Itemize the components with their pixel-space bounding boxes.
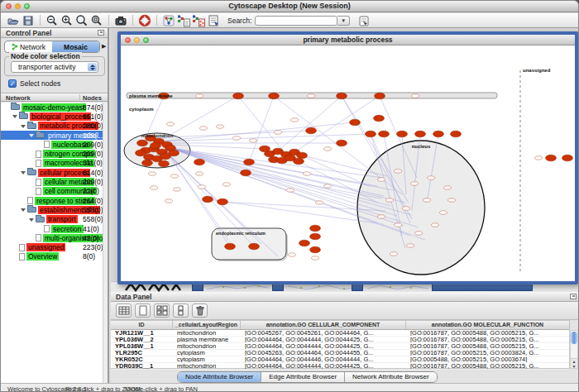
- network-node[interactable]: [294, 158, 304, 165]
- column-header[interactable]: _cellularLayoutRegion: [173, 321, 241, 329]
- float-panel-icon[interactable]: [98, 30, 104, 36]
- network-frame-titlebar[interactable]: primary metabolic process: [121, 35, 575, 45]
- expander-icon[interactable]: [20, 168, 27, 177]
- attribute-browser-button[interactable]: [206, 14, 221, 27]
- zoom-in-button[interactable]: [60, 14, 74, 27]
- expander-icon[interactable]: [28, 131, 36, 140]
- network-node[interactable]: [244, 159, 255, 165]
- network-node[interactable]: [269, 93, 280, 99]
- network-node[interactable]: [194, 159, 205, 165]
- network-node[interactable]: [337, 93, 347, 99]
- network-node[interactable]: [203, 196, 213, 203]
- network-node[interactable]: [306, 127, 317, 134]
- network-node[interactable]: [433, 131, 444, 137]
- zoom-fit-button[interactable]: [74, 14, 89, 27]
- tree-row[interactable]: establishment of lo558(0): [1, 205, 108, 214]
- snapshot-button[interactable]: [113, 14, 128, 27]
- expander-icon[interactable]: [20, 122, 27, 131]
- expander-icon[interactable]: [12, 112, 19, 121]
- help-button[interactable]: [137, 14, 152, 27]
- match-attributes-button[interactable]: [173, 304, 189, 318]
- attribute-checklist-button[interactable]: [154, 304, 170, 318]
- network-node[interactable]: [374, 115, 385, 122]
- tree-column-network[interactable]: Network: [6, 94, 31, 102]
- column-header[interactable]: annotation.GO CELLULAR_COMPONENT: [241, 321, 406, 329]
- import-network-button[interactable]: [176, 14, 191, 27]
- network-node[interactable]: [169, 150, 179, 156]
- table-row[interactable]: YDR039C__1mitochondrion[GO:0044464, GO:0…: [111, 363, 569, 370]
- network-node[interactable]: [415, 131, 426, 137]
- scrollbar-arrows[interactable]: ▲▼: [570, 358, 578, 369]
- network-node[interactable]: [379, 131, 390, 137]
- network-node[interactable]: [310, 246, 321, 253]
- tab-node-attribute-browser[interactable]: Node Attribute Browser: [178, 372, 261, 382]
- tab-network[interactable]: Network: [5, 41, 52, 52]
- expander-icon[interactable]: [28, 215, 36, 224]
- tree-row[interactable]: cell communicat22(0): [1, 187, 108, 196]
- tree-row[interactable]: nitrogen compo209(0): [1, 149, 108, 158]
- scrollbar-thumb[interactable]: [571, 332, 577, 344]
- zoom-selected-button[interactable]: [89, 14, 104, 27]
- table-row[interactable]: YPL036W__2plasma membrane[GO:0044464, GO…: [111, 337, 569, 343]
- tree-row[interactable]: cellular process614(0): [1, 168, 108, 177]
- tree-row[interactable]: nucleobase-209(0): [1, 140, 108, 149]
- network-node[interactable]: [310, 233, 321, 240]
- network-node[interactable]: [299, 240, 310, 246]
- zoom-out-button[interactable]: [45, 14, 60, 27]
- tree-row[interactable]: Overview8(0): [1, 252, 108, 261]
- column-header[interactable]: ID: [111, 321, 173, 329]
- network-node[interactable]: [562, 155, 573, 161]
- network-node[interactable]: [310, 225, 321, 232]
- tree-scrollbar[interactable]: [103, 103, 108, 383]
- network-node[interactable]: [136, 150, 146, 156]
- tree-row[interactable]: cellular metabo209(0): [1, 177, 108, 186]
- network-node[interactable]: [159, 160, 170, 167]
- tab-mosaic[interactable]: Mosaic: [52, 41, 99, 52]
- tree-row[interactable]: multi-organism pro42(0): [1, 233, 108, 242]
- delete-attributes-button[interactable]: [192, 304, 208, 318]
- tree-row[interactable]: primary metabol209(...: [1, 131, 108, 140]
- search-dropdown-button[interactable]: ▼: [337, 16, 350, 26]
- tree-row[interactable]: mosaic-demo-yeast874(0): [1, 103, 108, 112]
- tree-row[interactable]: biological_process651(0): [1, 112, 108, 121]
- network-node[interactable]: [249, 243, 260, 250]
- column-header[interactable]: annotation.GO MOLECULAR_FUNCTION: [406, 321, 570, 329]
- background-window-titlebar[interactable]: [192, 284, 203, 291]
- save-session-button[interactable]: [21, 14, 36, 27]
- apply-layout-button[interactable]: [161, 14, 176, 27]
- network-node[interactable]: [297, 152, 308, 159]
- background-window-titlebar[interactable]: [432, 284, 533, 291]
- tree-row[interactable]: transport558(0): [1, 215, 108, 224]
- network-node[interactable]: [375, 93, 385, 99]
- float-panel-icon[interactable]: [570, 294, 577, 299]
- table-row[interactable]: YJR121W__1mitochondrion[GO:0045267, GO:0…: [111, 330, 569, 337]
- background-window-titlebar[interactable]: [272, 284, 284, 291]
- tree-row[interactable]: metabolic process280(0): [1, 122, 108, 131]
- tab-scroll-right-button[interactable]: ▶: [102, 43, 106, 50]
- table-row[interactable]: YLR295Ccytoplasm[GO:0045263, GO:0044464,…: [111, 350, 569, 356]
- tree-row[interactable]: secretion41(0): [1, 224, 108, 233]
- network-node[interactable]: [151, 142, 161, 149]
- table-row[interactable]: YPL036W__1mitochondrion[GO:0044464, GO:0…: [111, 343, 569, 350]
- tab-edge-attribute-browser[interactable]: Edge Attribute Browser: [261, 372, 345, 382]
- network-node[interactable]: [546, 155, 557, 161]
- create-attribute-button[interactable]: [135, 304, 151, 318]
- expander-icon[interactable]: [20, 205, 27, 214]
- network-node[interactable]: [350, 119, 361, 126]
- network-node[interactable]: [225, 243, 236, 250]
- configure-search-button[interactable]: [356, 14, 371, 27]
- network-node[interactable]: [397, 131, 408, 137]
- tree-row[interactable]: macromolecule311(0): [1, 159, 108, 168]
- network-canvas[interactable]: plasma membranecytoplasmmitochondrionnuc…: [121, 45, 575, 281]
- import-attributes-button[interactable]: [191, 14, 206, 27]
- tree-row[interactable]: response to stimul264(0): [1, 196, 108, 205]
- network-node[interactable]: [451, 131, 462, 137]
- background-window-titlebar[interactable]: [352, 284, 363, 291]
- select-nodes-checkbox[interactable]: ✓: [8, 79, 17, 88]
- tree-column-nodes[interactable]: Nodes: [83, 94, 102, 102]
- network-node[interactable]: [337, 140, 347, 146]
- network-node[interactable]: [233, 93, 244, 99]
- tree-row[interactable]: unassigned223(0): [1, 242, 108, 251]
- table-row[interactable]: YKR052Ccytoplasm[GO:0044464, GO:0044446,…: [111, 356, 569, 363]
- node-color-dropdown[interactable]: transporter activity: [11, 61, 98, 73]
